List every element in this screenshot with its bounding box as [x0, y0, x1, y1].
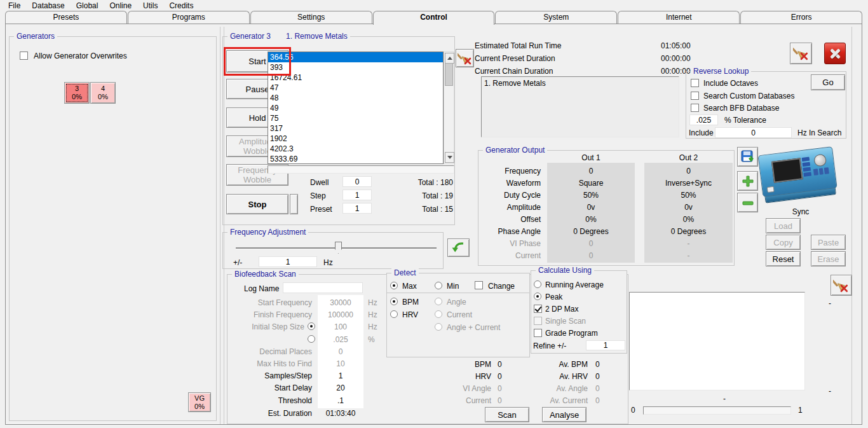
detect-max-radio[interactable]: [390, 282, 398, 289]
clear-frequencies-button[interactable]: [456, 49, 474, 67]
frequency-item[interactable]: 4202.3: [268, 144, 443, 154]
peak-radio[interactable]: [534, 293, 541, 300]
tab-internet[interactable]: Internet: [618, 11, 740, 24]
bfb-row-value[interactable]: 10: [318, 359, 363, 368]
chain-item[interactable]: 1. Remove Metals: [482, 77, 679, 88]
bfb-row-value[interactable]: 100000: [318, 310, 363, 319]
menu-global[interactable]: Global: [71, 0, 104, 11]
scroll-down-icon[interactable]: [445, 152, 454, 163]
step-input[interactable]: 1: [342, 190, 372, 200]
result-dash-bottom: -: [825, 387, 835, 396]
vg-generator-button[interactable]: VG 0%: [188, 392, 211, 412]
out2-header: Out 2: [644, 153, 733, 162]
frequency-item[interactable]: 16724.61: [268, 72, 443, 83]
generator-4-button[interactable]: 4 0%: [90, 82, 116, 104]
stop-button[interactable]: Stop: [226, 194, 288, 214]
dp-max-checkbox[interactable]: [534, 305, 542, 313]
frequency-item[interactable]: 75: [268, 113, 443, 123]
frequency-adjustment-input[interactable]: 1: [259, 256, 317, 267]
generator-4-id: 4: [101, 85, 105, 93]
tab-control[interactable]: Control: [373, 11, 495, 25]
search-bfb-database-checkbox[interactable]: [691, 104, 699, 112]
load-button[interactable]: Load: [766, 218, 801, 233]
add-output-button[interactable]: [737, 171, 758, 191]
erase-button[interactable]: Erase: [811, 251, 846, 266]
tab-programs[interactable]: Programs: [128, 11, 250, 24]
av-angle-label: Av. Angle: [508, 384, 588, 393]
scrollbar-thumb[interactable]: [445, 63, 453, 86]
bfb-row-label: Initial Step Size: [227, 322, 304, 331]
bfb-row-value[interactable]: 20: [318, 383, 363, 392]
search-custom-databases-checkbox[interactable]: [691, 92, 699, 100]
detect-min-radio[interactable]: [435, 282, 442, 289]
bfb-row-value[interactable]: 1: [318, 371, 363, 380]
step-size-hz-radio[interactable]: [308, 322, 315, 330]
chain-listbox[interactable]: 1. Remove Metals: [481, 76, 679, 137]
running-average-radio[interactable]: [534, 280, 541, 288]
preset-input[interactable]: 1: [342, 203, 372, 214]
refine-input[interactable]: 1: [586, 340, 625, 350]
output-row-label: Waveform: [478, 179, 541, 188]
tab-errors[interactable]: Errors: [740, 11, 862, 24]
frequency-item[interactable]: 364.56: [268, 52, 443, 62]
include-hz-input[interactable]: 0: [715, 127, 792, 138]
menu-utils[interactable]: Utils: [137, 0, 163, 11]
log-name-input[interactable]: [283, 282, 363, 293]
detect-angle-radio[interactable]: [435, 298, 442, 305]
frequency-list-scrollbar[interactable]: [444, 52, 454, 164]
frequency-list[interactable]: 364.56 393 16724.61 47 48 49 75 317 1902…: [268, 52, 444, 164]
output-row-out2: 0%: [644, 215, 733, 224]
save-output-button[interactable]: [737, 147, 758, 167]
tolerance-input[interactable]: .025: [689, 114, 718, 125]
frequency-item[interactable]: 47: [268, 83, 443, 93]
frequency-item[interactable]: 393: [268, 62, 443, 72]
include-octaves-checkbox[interactable]: [691, 79, 699, 87]
tab-settings[interactable]: Settings: [250, 11, 372, 24]
copy-button[interactable]: Copy: [766, 235, 801, 250]
grade-program-checkbox[interactable]: [534, 329, 542, 337]
tab-system[interactable]: System: [495, 11, 617, 24]
bfb-row-value[interactable]: .1: [318, 396, 363, 405]
paste-button[interactable]: Paste: [811, 235, 846, 250]
frequency-item[interactable]: 5333.69: [268, 154, 443, 164]
dwell-input[interactable]: 0: [342, 176, 372, 187]
go-button[interactable]: Go: [811, 74, 845, 90]
allow-generator-overwrites-checkbox[interactable]: [20, 52, 28, 60]
scroll-up-icon[interactable]: [445, 53, 454, 64]
frequency-item[interactable]: 49: [268, 103, 443, 113]
bfb-row-value[interactable]: 30000: [318, 298, 363, 307]
clear-chain-button[interactable]: [790, 43, 812, 64]
tab-presets[interactable]: Presets: [5, 11, 127, 24]
step-size-percent-radio[interactable]: [308, 335, 315, 343]
single-scan-checkbox[interactable]: [534, 317, 542, 325]
frequency-item[interactable]: 48: [268, 93, 443, 103]
clear-results-button[interactable]: [831, 275, 852, 296]
menu-online[interactable]: Online: [104, 0, 137, 11]
bfb-row-value[interactable]: .025: [318, 335, 363, 344]
detect-current-radio[interactable]: [435, 310, 442, 318]
frequency-item[interactable]: 1902: [268, 134, 443, 144]
scan-button[interactable]: Scan: [485, 407, 529, 422]
generator-output-panel: Generator Output Out 1 Out 2 Frequency 0…: [478, 150, 735, 266]
menu-database[interactable]: Database: [26, 0, 70, 11]
frequency-item[interactable]: 317: [268, 123, 443, 134]
remove-output-button[interactable]: [737, 193, 758, 212]
detect-bpm-radio[interactable]: [390, 298, 398, 305]
reset-button[interactable]: Reset: [766, 251, 801, 266]
detect-angle-current-radio[interactable]: [435, 323, 442, 331]
scan-results-box[interactable]: [629, 292, 805, 390]
menu-file[interactable]: File: [3, 0, 26, 11]
generator-3-button[interactable]: 3 0%: [64, 82, 90, 104]
bfb-row-value[interactable]: 0: [318, 347, 363, 356]
close-button[interactable]: [824, 43, 846, 64]
undo-adjustment-button[interactable]: [447, 238, 470, 257]
frequency-adjustment-slider-thumb[interactable]: [335, 242, 342, 254]
detect-hrv-radio[interactable]: [390, 310, 398, 318]
detect-change-checkbox[interactable]: [475, 281, 483, 289]
bfb-row-unit: Hz: [368, 322, 377, 331]
menu-credits[interactable]: Credits: [163, 0, 199, 11]
analyse-button[interactable]: Analyse: [542, 407, 587, 422]
bfb-row-value[interactable]: 100: [318, 322, 363, 331]
current-label: Current: [407, 396, 491, 405]
output-row-out1: 0: [547, 239, 635, 248]
